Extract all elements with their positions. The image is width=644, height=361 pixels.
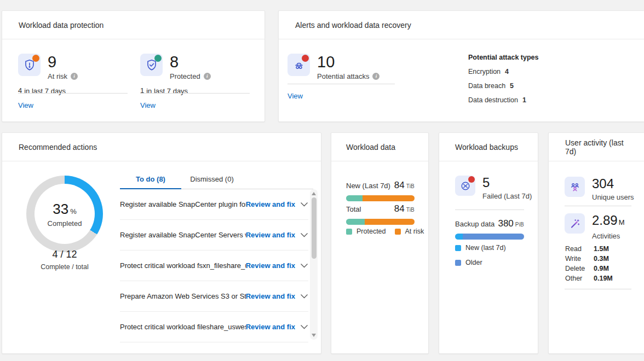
actions-tabbar: To do (8) Dismissed (0): [120, 172, 313, 189]
at-risk-delta: 4in last 7 days: [18, 87, 66, 95]
breakdown-row: Write0.3M: [565, 254, 613, 264]
chevron-down-icon[interactable]: [300, 324, 308, 329]
backup-failed-icon: [455, 176, 475, 196]
alert-dot-badge: [468, 176, 475, 183]
bar-label: Backup data: [455, 220, 495, 228]
card-title: User activity (last 7d): [549, 133, 644, 161]
total-data-bar-group: Total 84TiB: [346, 203, 415, 225]
new-data-bar-group: New (Last 7d) 84TiB: [346, 180, 415, 201]
activity-breakdown: Read1.5M Write0.3M Delete0.9M Other0.19M: [565, 244, 613, 283]
bar-value: 380: [498, 218, 513, 229]
action-row: Register available SnapCenter Servers wi…: [120, 220, 308, 251]
shield-exclamation-icon: [18, 54, 41, 76]
card-title: Workload data: [331, 133, 428, 161]
divider: [18, 93, 128, 94]
protected-delta: 1in last 7 days: [140, 87, 188, 95]
card-title: Alerts and workload data recovery: [279, 11, 644, 39]
backup-data-bar-group: Backup data 380PiB: [455, 218, 524, 240]
breakdown-row: Delete0.9M: [565, 264, 613, 273]
workload-backups-card: Workload backups 5 Failed (Last 7d) Back…: [439, 132, 538, 354]
divider: [565, 289, 631, 289]
protected-view-link[interactable]: View: [140, 101, 156, 109]
new-data-stacked-bar: [346, 195, 415, 201]
scrollbar-thumb[interactable]: [312, 197, 317, 259]
unique-users-stat: 304 Unique users: [565, 177, 634, 201]
legend-swatch: [395, 229, 401, 235]
wand-icon: [565, 213, 585, 234]
completion-ratio: 4 / 12 Complete / total: [21, 249, 108, 271]
total-data-stacked-bar: [346, 219, 415, 225]
at-risk-stat: 9 At risk i: [18, 54, 78, 80]
failed-backups-stat: 5 Failed (Last 7d): [455, 176, 532, 200]
scroll-down-arrow-icon[interactable]: [312, 334, 316, 337]
alerts-view-link[interactable]: View: [288, 92, 303, 100]
tab-todo[interactable]: To do (8): [120, 172, 181, 189]
actions-scrollbar[interactable]: [310, 189, 318, 340]
action-text: Register available SnapCenter Servers wi…: [120, 231, 246, 239]
tab-dismissed[interactable]: Dismissed (0): [181, 172, 243, 189]
info-icon[interactable]: i: [204, 73, 211, 80]
info-icon[interactable]: i: [71, 73, 78, 80]
donut-caption: Completed: [48, 219, 82, 228]
workload-data-card: Workload data New (Last 7d) 84TiB Total …: [331, 132, 429, 354]
chevron-down-icon[interactable]: [300, 294, 308, 299]
activities-count: 2.89: [592, 213, 618, 228]
action-row: Protect critical workload fsxn_fileshare…: [120, 251, 308, 281]
breakdown-row: Other0.19M: [565, 273, 613, 283]
review-and-fix-link[interactable]: Review and fix: [246, 200, 295, 208]
alert-dot-badge: [32, 55, 39, 62]
card-title: Workload backups: [439, 133, 538, 161]
review-and-fix-link[interactable]: Review and fix: [246, 323, 295, 331]
recommended-actions-card: Recommended actions 33% Completed 4 / 12…: [2, 132, 321, 354]
attack-type-row: Encryption4: [468, 68, 539, 75]
legend-swatch: [346, 229, 352, 235]
chevron-down-icon[interactable]: [300, 263, 308, 268]
breakdown-row: Read1.5M: [565, 244, 613, 254]
user-activity-card: User activity (last 7d) 304 Unique users: [548, 132, 644, 354]
legend-swatch: [455, 245, 461, 251]
card-title: Recommended actions: [2, 133, 321, 161]
review-and-fix-link[interactable]: Review and fix: [246, 231, 295, 239]
dashboard: { "theme": { "link_blue": "#0067C5", "ta…: [0, 0, 644, 361]
shield-check-icon: [140, 54, 163, 76]
action-text: Protect critical workload fileshare_uswe…: [120, 323, 246, 331]
card-title: Workload data protection: [2, 11, 264, 39]
action-row: Register available SnapCenter plugin for…: [120, 189, 308, 220]
alert-dot-badge: [302, 55, 309, 62]
at-risk-count: 9: [48, 54, 78, 70]
bar-segment-at-risk: [363, 195, 415, 201]
at-risk-label: At risk: [48, 72, 67, 80]
donut-percent: 33: [53, 201, 68, 217]
legend-new: New (last 7d): [455, 244, 506, 252]
chevron-down-icon[interactable]: [300, 202, 308, 207]
info-icon[interactable]: i: [372, 73, 380, 80]
potential-attack-types: Potential attack types Encryption4 Data …: [468, 54, 539, 104]
divider: [455, 209, 524, 210]
legend-swatch: [455, 260, 461, 266]
legend-older: Older: [455, 259, 482, 266]
protected-stat: 8 Protected i: [140, 54, 211, 80]
bar-value: 84: [394, 180, 405, 190]
bar-segment-protected: [346, 195, 363, 201]
unique-users-count: 304: [592, 177, 634, 191]
scroll-up-arrow-icon[interactable]: [312, 192, 316, 195]
protected-count: 8: [170, 54, 211, 70]
divider: [288, 84, 395, 84]
review-and-fix-link[interactable]: Review and fix: [246, 292, 295, 300]
action-text: Prepare Amazon Web Services S3 or Storag…: [120, 292, 246, 300]
potential-attacks-count: 10: [317, 54, 380, 70]
review-and-fix-link[interactable]: Review and fix: [246, 261, 295, 270]
attack-type-row: Data breach5: [468, 82, 539, 90]
bar-segment-protected: [346, 219, 365, 225]
bar-segment-at-risk: [365, 219, 415, 225]
spy-icon: [288, 54, 310, 76]
workload-data-protection-card: Workload data protection 9 At risk i 4in…: [2, 10, 265, 122]
activities-label: Activities: [592, 232, 620, 240]
attack-types-title: Potential attack types: [468, 54, 539, 61]
bar-value: 84: [394, 203, 405, 214]
action-text: Register available SnapCenter plugin for…: [120, 200, 246, 208]
divider: [565, 206, 631, 206]
chevron-down-icon[interactable]: [300, 232, 308, 237]
protected-label: Protected: [170, 72, 200, 80]
at-risk-view-link[interactable]: View: [18, 101, 33, 109]
